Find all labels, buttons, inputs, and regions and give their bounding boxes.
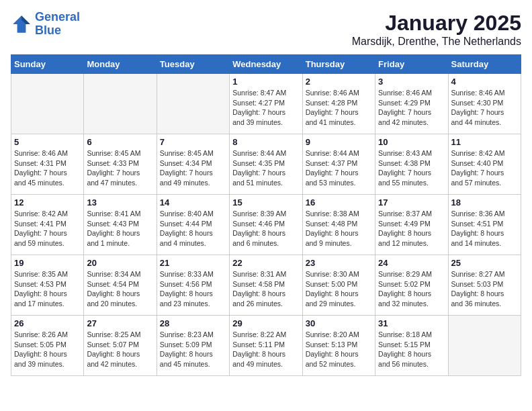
day-info: Sunrise: 8:42 AM Sunset: 4:40 PM Dayligh… [451, 148, 518, 188]
day-info: Sunrise: 8:22 AM Sunset: 5:11 PM Dayligh… [232, 330, 299, 369]
day-info: Sunrise: 8:46 AM Sunset: 4:31 PM Dayligh… [14, 148, 81, 188]
day-cell-6: 6Sunrise: 8:45 AM Sunset: 4:33 PM Daylig… [84, 134, 157, 195]
day-info: Sunrise: 8:42 AM Sunset: 4:41 PM Dayligh… [14, 209, 81, 248]
day-cell-16: 16Sunrise: 8:38 AM Sunset: 4:48 PM Dayli… [302, 195, 375, 255]
day-number: 6 [87, 137, 153, 147]
day-number: 17 [378, 197, 445, 208]
day-cell-4: 4Sunrise: 8:46 AM Sunset: 4:30 PM Daylig… [448, 74, 521, 134]
day-cell-8: 8Sunrise: 8:44 AM Sunset: 4:35 PM Daylig… [230, 134, 302, 195]
day-cell-26: 26Sunrise: 8:26 AM Sunset: 5:05 PM Dayli… [11, 316, 84, 376]
day-number: 3 [378, 77, 445, 87]
day-info: Sunrise: 8:26 AM Sunset: 5:05 PM Dayligh… [14, 330, 81, 369]
day-info: Sunrise: 8:43 AM Sunset: 4:38 PM Dayligh… [378, 148, 445, 188]
day-number: 19 [14, 258, 81, 268]
day-cell-14: 14Sunrise: 8:40 AM Sunset: 4:44 PM Dayli… [157, 195, 229, 255]
day-number: 23 [306, 258, 372, 268]
day-info: Sunrise: 8:45 AM Sunset: 4:34 PM Dayligh… [160, 148, 226, 188]
day-cell-31: 31Sunrise: 8:18 AM Sunset: 5:15 PM Dayli… [375, 316, 448, 376]
day-number: 14 [160, 197, 226, 208]
day-cell-5: 5Sunrise: 8:46 AM Sunset: 4:31 PM Daylig… [11, 134, 84, 195]
week-row-3: 12Sunrise: 8:42 AM Sunset: 4:41 PM Dayli… [11, 195, 521, 255]
day-cell-1: 1Sunrise: 8:47 AM Sunset: 4:27 PM Daylig… [230, 74, 302, 134]
week-row-2: 5Sunrise: 8:46 AM Sunset: 4:31 PM Daylig… [11, 134, 521, 195]
weekday-header-friday: Friday [375, 55, 448, 74]
day-cell-21: 21Sunrise: 8:33 AM Sunset: 4:56 PM Dayli… [157, 255, 229, 316]
day-info: Sunrise: 8:30 AM Sunset: 5:00 PM Dayligh… [306, 269, 372, 309]
empty-cell [84, 74, 157, 134]
month-title: January 2025 [352, 11, 521, 36]
day-number: 20 [87, 258, 153, 268]
day-cell-29: 29Sunrise: 8:22 AM Sunset: 5:11 PM Dayli… [230, 316, 302, 376]
day-number: 2 [306, 77, 372, 87]
day-number: 12 [14, 197, 81, 208]
day-cell-22: 22Sunrise: 8:31 AM Sunset: 4:58 PM Dayli… [230, 255, 302, 316]
day-number: 28 [160, 318, 226, 328]
day-cell-12: 12Sunrise: 8:42 AM Sunset: 4:41 PM Dayli… [11, 195, 84, 255]
day-number: 1 [232, 77, 299, 87]
day-cell-19: 19Sunrise: 8:35 AM Sunset: 4:53 PM Dayli… [11, 255, 84, 316]
day-info: Sunrise: 8:31 AM Sunset: 4:58 PM Dayligh… [232, 269, 299, 309]
day-number: 13 [87, 197, 153, 208]
day-number: 9 [306, 137, 372, 147]
weekday-header-sunday: Sunday [11, 55, 84, 74]
day-cell-3: 3Sunrise: 8:46 AM Sunset: 4:29 PM Daylig… [375, 74, 448, 134]
day-number: 22 [232, 258, 299, 268]
day-cell-7: 7Sunrise: 8:45 AM Sunset: 4:34 PM Daylig… [157, 134, 229, 195]
day-number: 27 [87, 318, 153, 328]
day-info: Sunrise: 8:25 AM Sunset: 5:07 PM Dayligh… [87, 330, 153, 369]
weekday-header-monday: Monday [84, 55, 157, 74]
day-number: 16 [306, 197, 372, 208]
weekday-header-row: SundayMondayTuesdayWednesdayThursdayFrid… [11, 55, 521, 74]
week-row-4: 19Sunrise: 8:35 AM Sunset: 4:53 PM Dayli… [11, 255, 521, 316]
day-number: 30 [306, 318, 372, 328]
weekday-header-saturday: Saturday [448, 55, 521, 74]
day-info: Sunrise: 8:40 AM Sunset: 4:44 PM Dayligh… [160, 209, 226, 248]
day-cell-13: 13Sunrise: 8:41 AM Sunset: 4:43 PM Dayli… [84, 195, 157, 255]
weekday-header-wednesday: Wednesday [230, 55, 302, 74]
day-cell-10: 10Sunrise: 8:43 AM Sunset: 4:38 PM Dayli… [375, 134, 448, 195]
day-number: 7 [160, 137, 226, 147]
day-number: 21 [160, 258, 226, 268]
weekday-header-tuesday: Tuesday [157, 55, 229, 74]
day-info: Sunrise: 8:38 AM Sunset: 4:48 PM Dayligh… [306, 209, 372, 248]
day-cell-15: 15Sunrise: 8:39 AM Sunset: 4:46 PM Dayli… [230, 195, 302, 255]
page-header: General Blue January 2025 Marsdijk, Dren… [11, 11, 521, 48]
day-number: 25 [451, 258, 518, 268]
logo-icon [11, 13, 32, 35]
day-info: Sunrise: 8:36 AM Sunset: 4:51 PM Dayligh… [451, 209, 518, 248]
day-info: Sunrise: 8:18 AM Sunset: 5:15 PM Dayligh… [378, 330, 445, 369]
day-cell-28: 28Sunrise: 8:23 AM Sunset: 5:09 PM Dayli… [157, 316, 229, 376]
day-number: 29 [232, 318, 299, 328]
day-info: Sunrise: 8:37 AM Sunset: 4:49 PM Dayligh… [378, 209, 445, 248]
day-info: Sunrise: 8:23 AM Sunset: 5:09 PM Dayligh… [160, 330, 226, 369]
day-number: 24 [378, 258, 445, 268]
logo: General Blue [11, 11, 80, 38]
day-info: Sunrise: 8:39 AM Sunset: 4:46 PM Dayligh… [232, 209, 299, 248]
day-info: Sunrise: 8:41 AM Sunset: 4:43 PM Dayligh… [87, 209, 153, 248]
day-number: 15 [232, 197, 299, 208]
day-number: 5 [14, 137, 81, 147]
week-row-5: 26Sunrise: 8:26 AM Sunset: 5:05 PM Dayli… [11, 316, 521, 376]
empty-cell [448, 316, 521, 376]
day-info: Sunrise: 8:27 AM Sunset: 5:03 PM Dayligh… [451, 269, 518, 309]
day-number: 18 [451, 197, 518, 208]
day-cell-17: 17Sunrise: 8:37 AM Sunset: 4:49 PM Dayli… [375, 195, 448, 255]
day-info: Sunrise: 8:46 AM Sunset: 4:28 PM Dayligh… [306, 88, 372, 128]
day-cell-23: 23Sunrise: 8:30 AM Sunset: 5:00 PM Dayli… [302, 255, 375, 316]
day-info: Sunrise: 8:45 AM Sunset: 4:33 PM Dayligh… [87, 148, 153, 188]
day-cell-9: 9Sunrise: 8:44 AM Sunset: 4:37 PM Daylig… [302, 134, 375, 195]
day-cell-2: 2Sunrise: 8:46 AM Sunset: 4:28 PM Daylig… [302, 74, 375, 134]
weekday-header-thursday: Thursday [302, 55, 375, 74]
day-number: 4 [451, 77, 518, 87]
empty-cell [157, 74, 229, 134]
logo-text: General Blue [35, 11, 80, 38]
day-cell-30: 30Sunrise: 8:20 AM Sunset: 5:13 PM Dayli… [302, 316, 375, 376]
day-info: Sunrise: 8:44 AM Sunset: 4:35 PM Dayligh… [232, 148, 299, 188]
day-info: Sunrise: 8:46 AM Sunset: 4:29 PM Dayligh… [378, 88, 445, 128]
day-number: 11 [451, 137, 518, 147]
day-info: Sunrise: 8:35 AM Sunset: 4:53 PM Dayligh… [14, 269, 81, 309]
day-info: Sunrise: 8:46 AM Sunset: 4:30 PM Dayligh… [451, 88, 518, 128]
day-cell-11: 11Sunrise: 8:42 AM Sunset: 4:40 PM Dayli… [448, 134, 521, 195]
day-number: 31 [378, 318, 445, 328]
day-info: Sunrise: 8:34 AM Sunset: 4:54 PM Dayligh… [87, 269, 153, 309]
